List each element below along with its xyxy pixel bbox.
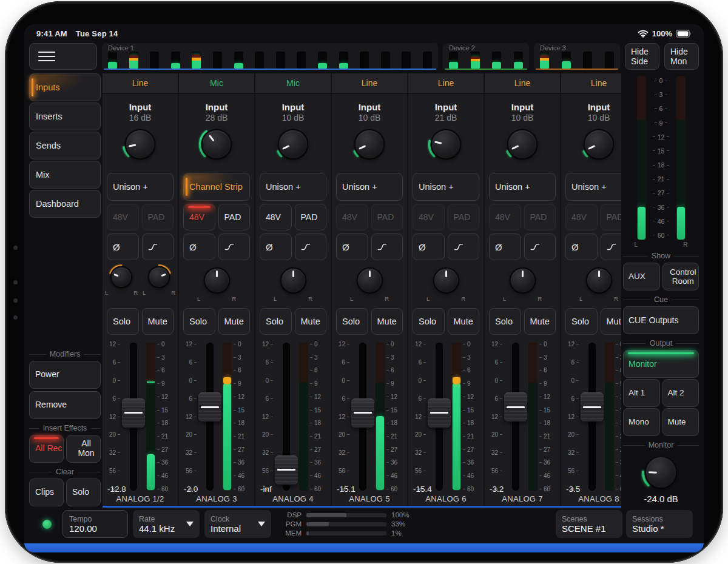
solo-button[interactable]: Solo (107, 308, 139, 335)
unison-button[interactable]: Unison + (413, 173, 479, 201)
lowcut-filter-button[interactable] (142, 233, 174, 260)
pad-button[interactable]: PAD (218, 204, 251, 230)
phase-button[interactable]: Ø (107, 233, 139, 260)
mute-button[interactable]: Mute (371, 308, 403, 335)
mute-button[interactable]: Mute (218, 308, 251, 335)
sidebar-item-inserts[interactable]: Inserts (29, 102, 101, 130)
monitor-level-knob[interactable] (642, 453, 681, 492)
monitor-output-button[interactable]: Monitor (623, 350, 699, 378)
hide-side-button[interactable]: Hide Side (625, 43, 659, 70)
fader[interactable] (504, 343, 527, 491)
solo-button[interactable]: Solo (565, 308, 598, 335)
sidebar-item-sends[interactable]: Sends (29, 132, 101, 159)
fader-handle[interactable] (504, 392, 527, 421)
sessions-button[interactable]: Sessions Studio * (626, 510, 693, 538)
solo-button[interactable]: Solo (489, 308, 521, 335)
all-mon-button[interactable]: All Mon (66, 435, 101, 463)
pan-knob[interactable] (201, 265, 232, 295)
solo-button[interactable]: Solo (336, 308, 368, 335)
clock-dropdown[interactable]: Clock Internal (204, 510, 271, 538)
pad-button[interactable]: PAD (295, 204, 327, 230)
input-gain-knob[interactable] (123, 127, 158, 162)
rate-dropdown[interactable]: Rate 44.1 kHz (133, 510, 200, 538)
fader[interactable] (122, 343, 144, 491)
pan-knob[interactable] (584, 265, 614, 295)
phantom-48v-button[interactable]: 48V (413, 204, 445, 230)
tempo-field[interactable]: Tempo 120.00 (62, 510, 128, 538)
phantom-48v-button[interactable]: 48V (260, 204, 292, 230)
lowcut-filter-button[interactable] (295, 233, 327, 260)
lowcut-filter-button[interactable] (218, 233, 251, 260)
remove-button[interactable]: Remove (29, 391, 101, 419)
unison-button[interactable]: Unison + (260, 173, 326, 201)
aux-button[interactable]: AUX (623, 263, 660, 290)
pan-knob[interactable] (147, 265, 171, 289)
fader[interactable] (428, 343, 450, 491)
fader[interactable] (351, 343, 374, 491)
alt2-button[interactable]: Alt 2 (662, 379, 699, 407)
mute-button[interactable]: Mute (142, 308, 174, 335)
fader-handle[interactable] (428, 398, 451, 428)
mute-button[interactable]: Mute (524, 308, 556, 335)
phantom-48v-button[interactable]: 48V (489, 204, 521, 230)
cue-outputs-button[interactable]: CUE Outputs (623, 306, 699, 334)
sidebar-item-mix[interactable]: Mix (29, 161, 101, 189)
phase-button[interactable]: Ø (336, 233, 368, 260)
pad-button[interactable]: PAD (371, 204, 403, 230)
sidebar-item-dashboard[interactable]: Dashboard (29, 190, 101, 218)
unison-button[interactable]: Unison + (107, 173, 174, 201)
pan-knob[interactable] (507, 265, 538, 295)
solo-button[interactable]: Solo (66, 478, 101, 506)
pad-button[interactable]: PAD (524, 204, 556, 230)
solo-button[interactable]: Solo (260, 308, 292, 335)
pan-knob[interactable] (278, 265, 308, 295)
scenes-button[interactable]: Scenes SCENE #1 (556, 510, 622, 538)
clips-button[interactable]: Clips (29, 478, 64, 506)
solo-button[interactable]: Solo (183, 308, 215, 335)
pad-button[interactable]: PAD (448, 204, 480, 230)
input-gain-knob[interactable] (199, 127, 234, 162)
unison-button[interactable]: Unison + (565, 173, 621, 201)
mute-button[interactable]: Mute (448, 308, 480, 335)
lowcut-filter-button[interactable] (448, 233, 480, 260)
fader-handle[interactable] (198, 392, 221, 421)
pan-knob[interactable] (109, 265, 133, 289)
hide-mon-button[interactable]: Hide Mon (664, 43, 699, 70)
lowcut-filter-button[interactable] (524, 233, 556, 260)
alt1-button[interactable]: Alt 1 (623, 379, 660, 407)
phase-button[interactable]: Ø (183, 233, 215, 260)
phantom-48v-button[interactable]: 48V (107, 204, 139, 230)
pan-knob[interactable] (354, 265, 385, 295)
phantom-48v-button[interactable]: 48V (183, 204, 215, 230)
mute-output-button[interactable]: Mute (662, 408, 699, 436)
unison-button[interactable]: Unison + (489, 173, 556, 201)
solo-button[interactable]: Solo (413, 308, 445, 335)
pad-button[interactable]: PAD (142, 204, 174, 230)
phase-button[interactable]: Ø (260, 233, 292, 260)
input-gain-knob[interactable] (428, 127, 463, 162)
phantom-48v-button[interactable]: 48V (336, 204, 368, 230)
fader-handle[interactable] (122, 398, 145, 428)
input-gain-knob[interactable] (505, 127, 540, 162)
fader-handle[interactable] (351, 398, 374, 428)
mono-button[interactable]: Mono (623, 408, 660, 436)
mute-button[interactable]: Mute (295, 308, 327, 335)
channel-strip-button[interactable]: Channel Strip (183, 173, 250, 201)
control-room-button[interactable]: Control Room (662, 263, 699, 290)
power-button[interactable]: Power (29, 361, 101, 389)
fader[interactable] (581, 343, 603, 491)
fader[interactable] (275, 343, 297, 491)
pan-knob[interactable] (431, 265, 461, 295)
input-gain-knob[interactable] (275, 127, 311, 162)
input-gain-knob[interactable] (352, 127, 387, 162)
phase-button[interactable]: Ø (489, 233, 521, 260)
input-gain-knob[interactable] (581, 127, 616, 162)
phase-button[interactable]: Ø (413, 233, 445, 260)
menu-button[interactable] (29, 43, 97, 70)
lowcut-filter-button[interactable] (371, 233, 403, 260)
sidebar-item-inputs[interactable]: Inputs (29, 73, 101, 101)
unison-button[interactable]: Unison + (336, 173, 403, 201)
phantom-48v-button[interactable]: 48V (565, 204, 598, 230)
lowcut-filter-button[interactable] (601, 233, 622, 260)
fader-handle[interactable] (275, 455, 298, 485)
